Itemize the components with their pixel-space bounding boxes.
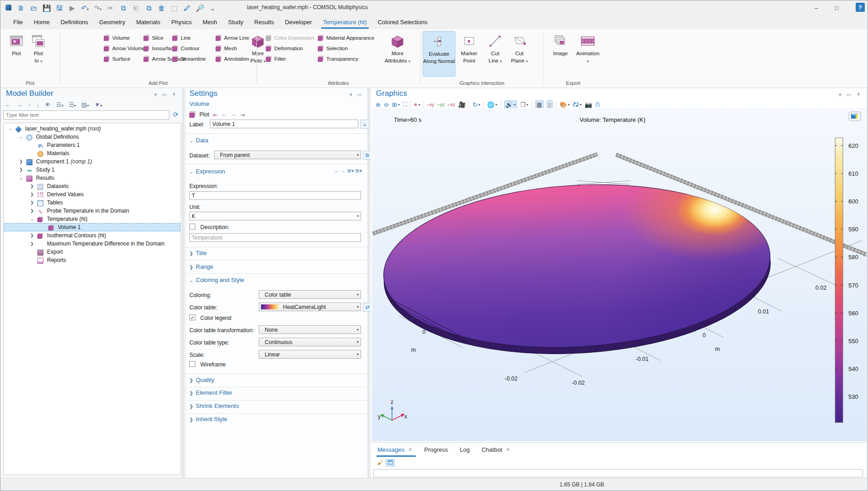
tree-item-laser-heating-wafer-mph[interactable]: ⌄laser_heating_wafer.mph (root) — [4, 125, 180, 133]
dataset-combo[interactable]: From parent▾ — [214, 151, 361, 159]
section-range[interactable]: ❯Range — [189, 263, 213, 270]
expand-arrow-icon[interactable]: ❯ — [30, 184, 34, 188]
3d-scene[interactable]: 6206106005905805705605505405300m-0.02-0.… — [372, 108, 867, 441]
section-element-filter[interactable]: ❯Element Filter — [189, 389, 232, 396]
dataset-plot-button[interactable]: ⧉ — [363, 151, 372, 160]
tab-physics[interactable]: Physics — [166, 16, 197, 29]
ribbon-button-evaluate-along-normal[interactable]: EvaluateAlong Normal — [423, 31, 455, 77]
minimize-button[interactable]: – — [806, 0, 826, 16]
plot-button[interactable]: Plot — [199, 111, 209, 118]
redo-icon[interactable]: ↷▾ — [94, 4, 102, 12]
move-up-icon[interactable]: ↑ — [28, 101, 31, 108]
scale-combo[interactable]: Linear▾ — [259, 350, 361, 359]
nav-back-icon[interactable]: ← — [5, 101, 11, 108]
expression-input[interactable]: T — [189, 191, 361, 200]
tab-temperature-ht-[interactable]: Temperature (ht) — [318, 16, 372, 29]
ribbon-button-more-attributes[interactable]: MoreAttributes ▾ — [384, 31, 411, 77]
go-to-view-icon[interactable]: ⚹▾ — [414, 101, 420, 108]
messages-tab-chatbot[interactable]: Chatbot✕ — [481, 446, 510, 453]
description-input[interactable]: Temperature — [189, 233, 361, 242]
color-theme-icon[interactable]: 🎨▾ — [559, 101, 570, 108]
click-select-icon[interactable]: 🖉 — [183, 4, 191, 12]
tree-item-parameters-1[interactable]: PᵢParameters 1 — [4, 141, 180, 149]
tab-developer[interactable]: Developer — [279, 16, 317, 29]
undo-icon[interactable]: ↶▾ — [81, 4, 89, 12]
update-icon[interactable]: 🗘▾ — [573, 101, 581, 108]
expand-arrow-icon[interactable]: ❯ — [30, 200, 34, 205]
tree-item-tables[interactable]: ❯Tables — [4, 198, 180, 207]
expand-icon[interactable]: ☰▾ — [69, 101, 76, 108]
collapse-arrow-icon[interactable]: ⌄ — [19, 135, 23, 139]
zoom-extents-icon[interactable]: ⛶ — [403, 101, 407, 108]
tab-materials[interactable]: Materials — [131, 16, 166, 29]
tab-definitions[interactable]: Definitions — [55, 16, 94, 29]
wireframe-checkbox[interactable] — [189, 361, 195, 367]
tree-item-isothermal-contours-ht-[interactable]: ❯Isothermal Contours (ht) — [4, 231, 180, 240]
cut-icon[interactable]: ✂ — [106, 4, 115, 12]
ribbon-button-plot-in[interactable]: PlotIn ▾ — [25, 31, 52, 77]
snapshot-icon[interactable]: 📷 — [585, 101, 592, 108]
ribbon-button-cut-line[interactable]: CutLine ▾ — [482, 31, 508, 77]
ribbon-item-annotation[interactable]: Annotation — [215, 54, 249, 63]
collapse-arrow-icon[interactable]: ⌄ — [19, 176, 23, 180]
ribbon-item-filter[interactable]: Filter — [266, 54, 286, 63]
section-quality[interactable]: ❯Quality — [189, 376, 214, 383]
zoom-box-icon[interactable]: ⊞▾ — [392, 101, 400, 108]
ribbon-button-image[interactable]: Image — [547, 31, 574, 77]
run-icon[interactable]: ▶ — [68, 4, 76, 12]
ribbon-item-streamline[interactable]: Streamline — [172, 54, 206, 63]
collapse-arrow-icon[interactable]: ⌄ — [30, 217, 34, 221]
camera-icon[interactable]: 🎥 — [458, 101, 465, 108]
table-type-combo[interactable]: Continuous▾ — [259, 338, 361, 346]
unit-combo[interactable]: K▾ — [189, 212, 361, 220]
tree-item-study-1[interactable]: ❯∾Study 1 — [4, 166, 180, 174]
plot-area[interactable]: Time=60 s Volume: Temperature (K) 620610… — [372, 108, 867, 441]
qat-more-icon[interactable]: ⌄ — [209, 4, 217, 12]
ribbon-item-color-expression[interactable]: Color Expression — [266, 33, 314, 42]
collapse-icon[interactable]: ☰▾ — [56, 101, 63, 108]
tree-item-volume-1[interactable]: Volume 1 — [4, 223, 180, 231]
tree-item-component-1[interactable]: ❯Component 1 (comp 1) — [4, 157, 180, 166]
tab-mesh[interactable]: Mesh — [197, 16, 223, 29]
color-table-swap-button[interactable]: ⇄ — [363, 303, 372, 312]
messages-tab-log[interactable]: Log — [460, 446, 470, 453]
tab-colored-selections[interactable]: Colored Selections — [372, 16, 433, 29]
paste-icon[interactable]: ⎗ — [132, 4, 140, 12]
clear-messages-icon[interactable]: 🖌 — [377, 460, 383, 466]
description-checkbox[interactable] — [189, 224, 195, 230]
tab-results[interactable]: Results — [249, 16, 279, 29]
scene-light-icon[interactable]: 🌐▾ — [487, 101, 497, 108]
tree-filter-input[interactable] — [3, 110, 169, 120]
ribbon-item-contour[interactable]: Contour — [172, 44, 199, 53]
view-xz-icon[interactable]: ⌐xz — [448, 102, 455, 107]
colorbar-toggle-icon[interactable]: ▯ — [547, 100, 553, 109]
plot-first-icon[interactable]: ⇤ — [213, 111, 218, 118]
ribbon-item-mesh[interactable]: Mesh — [215, 44, 237, 53]
select-box-icon[interactable]: ⬚ — [170, 4, 178, 12]
label-field[interactable]: Volume 1 — [210, 120, 358, 128]
messages-tab-messages[interactable]: Messages✕ — [377, 446, 412, 453]
close-tab-icon[interactable]: ✕ — [506, 447, 510, 453]
messages-input[interactable] — [373, 469, 863, 477]
section-expression[interactable]: ⌄Expression — [189, 168, 225, 175]
ribbon-item-surface[interactable]: Surface — [104, 54, 131, 63]
section-shrink-elements[interactable]: ❯Shrink Elements — [189, 402, 239, 409]
zoom-in-icon[interactable]: ⊕ — [376, 101, 381, 108]
ribbon-item-material-appearance[interactable]: Material Appearance — [318, 33, 374, 42]
print-icon[interactable]: ⎙ — [595, 101, 600, 108]
ribbon-item-deformation[interactable]: Deformation — [266, 44, 303, 53]
color-table-combo[interactable]: HeatCameraLight▾ — [259, 303, 361, 311]
sound-icon[interactable]: 🔊▾ — [504, 100, 517, 109]
tree-item-export[interactable]: Export — [4, 248, 180, 256]
ribbon-item-selection[interactable]: Selection — [318, 44, 348, 53]
ribbon-item-arrow-volume[interactable]: Arrow Volume — [104, 44, 145, 53]
section-inherit-style[interactable]: ❯Inherit Style — [189, 416, 227, 423]
move-down-icon[interactable]: ↓ — [37, 101, 40, 108]
color-legend-checkbox[interactable]: ✓ — [189, 314, 195, 320]
save-icon[interactable]: 💾 — [42, 4, 51, 12]
tab-geometry[interactable]: Geometry — [94, 16, 131, 29]
help-button[interactable]: ? — [856, 3, 865, 12]
tab-study[interactable]: Study — [223, 16, 249, 29]
nav-forward-icon[interactable]: → — [16, 101, 22, 108]
model-builder-window-icons[interactable]: ▾ ▭ 🖈 — [154, 92, 178, 98]
